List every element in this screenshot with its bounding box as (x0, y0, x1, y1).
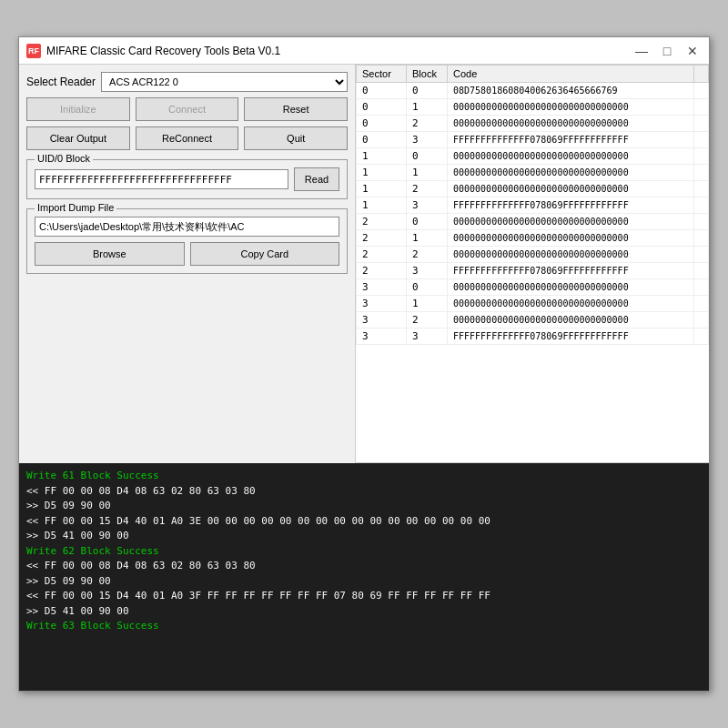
cell-block: 3 (407, 263, 448, 279)
minimize-button[interactable]: — (632, 42, 651, 60)
cell-code: FFFFFFFFFFFFFF078069FFFFFFFFFFFF (448, 132, 694, 148)
copy-card-button[interactable]: Copy Card (190, 242, 340, 266)
cell-code: FFFFFFFFFFFFFF078069FFFFFFFFFFFF (448, 197, 694, 214)
col-block: Block (407, 66, 448, 83)
window-title: MIFARE Classic Card Recovery Tools Beta … (46, 45, 632, 57)
cell-block: 1 (407, 296, 448, 312)
table-row: 1100000000000000000000000000000000 (357, 165, 709, 181)
cell-sector: 0 (357, 99, 407, 116)
cell-sector: 0 (357, 132, 407, 148)
import-group: Import Dump File Browse Copy Card (26, 208, 348, 274)
left-panel: Select Reader ACS ACR122 0 Initialize Co… (19, 65, 356, 463)
cell-block: 2 (407, 247, 448, 263)
cell-sector: 1 (357, 148, 407, 165)
log-line: << FF 00 00 08 D4 08 63 02 80 63 03 80 (26, 484, 702, 500)
log-line: Write 63 Block Success (26, 619, 702, 634)
uid-input[interactable] (35, 169, 288, 189)
clear-output-button[interactable]: Clear Output (26, 126, 130, 150)
table-row: 1200000000000000000000000000000000 (357, 181, 709, 197)
table-row: 1000000000000000000000000000000000 (357, 148, 709, 165)
log-line: >> D5 41 00 90 00 (26, 604, 702, 620)
uid-inner: Read (35, 167, 339, 191)
cell-sector: 2 (357, 214, 407, 230)
table-row: 2100000000000000000000000000000000 (357, 230, 709, 247)
log-line: << FF 00 00 08 D4 08 63 02 80 63 03 80 (26, 559, 702, 574)
log-line: Write 61 Block Success (26, 469, 702, 484)
table-row: 3200000000000000000000000000000000 (357, 312, 709, 329)
log-line: >> D5 41 00 90 00 (26, 529, 702, 544)
reader-select[interactable]: ACS ACR122 0 (101, 72, 348, 92)
cell-sector: 3 (357, 312, 407, 329)
table-row: 3100000000000000000000000000000000 (357, 296, 709, 312)
cell-sector: 3 (357, 329, 407, 345)
cell-code: 00000000000000000000000000000000 (448, 116, 694, 132)
data-table: Sector Block Code 0008D75801860804006263… (356, 65, 709, 345)
cell-code: 00000000000000000000000000000000 (448, 214, 694, 230)
cell-sector: 1 (357, 197, 407, 214)
reader-label: Select Reader (26, 76, 96, 88)
reconnect-button[interactable]: ReConnect (136, 126, 239, 150)
button-row-1: Initialize Connect Reset (26, 97, 348, 121)
browse-button[interactable]: Browse (35, 242, 185, 266)
cell-block: 3 (407, 197, 448, 214)
button-row-2: Clear Output ReConnect Quit (26, 126, 348, 150)
window-controls: — □ ✕ (632, 42, 702, 60)
cell-sector: 3 (357, 296, 407, 312)
table-row: 3000000000000000000000000000000000 (357, 279, 709, 296)
reset-button[interactable]: Reset (244, 97, 348, 121)
cell-code: 00000000000000000000000000000000 (448, 165, 694, 181)
cell-code: 00000000000000000000000000000000 (448, 181, 694, 197)
table-row: 0008D758018608040062636465666769 (357, 83, 709, 99)
cell-sector: 3 (357, 279, 407, 296)
table-row: 13FFFFFFFFFFFFFF078069FFFFFFFFFFFF (357, 197, 709, 214)
col-code: Code (448, 66, 694, 83)
cell-block: 1 (407, 165, 448, 181)
import-buttons: Browse Copy Card (35, 242, 339, 266)
import-path-input[interactable] (35, 217, 339, 237)
cell-block: 3 (407, 132, 448, 148)
cell-block: 0 (407, 279, 448, 296)
log-line: >> D5 09 90 00 (26, 499, 702, 514)
cell-code: 00000000000000000000000000000000 (448, 312, 694, 329)
cell-block: 0 (407, 148, 448, 165)
cell-code: 00000000000000000000000000000000 (448, 247, 694, 263)
quit-button[interactable]: Quit (244, 126, 348, 150)
app-icon: RF (26, 44, 41, 58)
table-body: 0008D75801860804006263646566676901000000… (357, 83, 709, 345)
main-content: Select Reader ACS ACR122 0 Initialize Co… (19, 65, 709, 463)
col-scroll-space (694, 66, 709, 83)
reader-row: Select Reader ACS ACR122 0 (26, 72, 348, 92)
cell-block: 1 (407, 99, 448, 116)
cell-sector: 2 (357, 263, 407, 279)
cell-block: 0 (407, 214, 448, 230)
table-row: 03FFFFFFFFFFFFFF078069FFFFFFFFFFFF (357, 132, 709, 148)
cell-code: 00000000000000000000000000000000 (448, 279, 694, 296)
uid-group-label: UID/0 Block (35, 153, 93, 164)
close-button[interactable]: ✕ (683, 42, 702, 60)
cell-sector: 2 (357, 230, 407, 247)
cell-block: 2 (407, 312, 448, 329)
connect-button[interactable]: Connect (136, 97, 239, 121)
read-button[interactable]: Read (294, 167, 339, 191)
uid-group: UID/0 Block Read (26, 159, 348, 199)
cell-block: 1 (407, 230, 448, 247)
cell-code: FFFFFFFFFFFFFF078069FFFFFFFFFFFF (448, 329, 694, 345)
main-window: RF MIFARE Classic Card Recovery Tools Be… (18, 36, 710, 692)
cell-block: 3 (407, 329, 448, 345)
cell-code: 00000000000000000000000000000000 (448, 296, 694, 312)
cell-sector: 2 (357, 247, 407, 263)
log-panel[interactable]: Write 61 Block Success<< FF 00 00 08 D4 … (19, 463, 709, 691)
cell-code: 00000000000000000000000000000000 (448, 99, 694, 116)
initialize-button[interactable]: Initialize (26, 97, 130, 121)
table-container[interactable]: Sector Block Code 0008D75801860804006263… (356, 65, 709, 463)
cell-code: 08D758018608040062636465666769 (448, 83, 694, 99)
cell-block: 2 (407, 116, 448, 132)
import-group-label: Import Dump File (35, 202, 116, 213)
cell-block: 0 (407, 83, 448, 99)
right-panel: Sector Block Code 0008D75801860804006263… (356, 65, 709, 463)
table-row: 0200000000000000000000000000000000 (357, 116, 709, 132)
cell-sector: 0 (357, 116, 407, 132)
cell-sector: 1 (357, 181, 407, 197)
table-row: 2000000000000000000000000000000000 (357, 214, 709, 230)
maximize-button[interactable]: □ (658, 42, 676, 60)
